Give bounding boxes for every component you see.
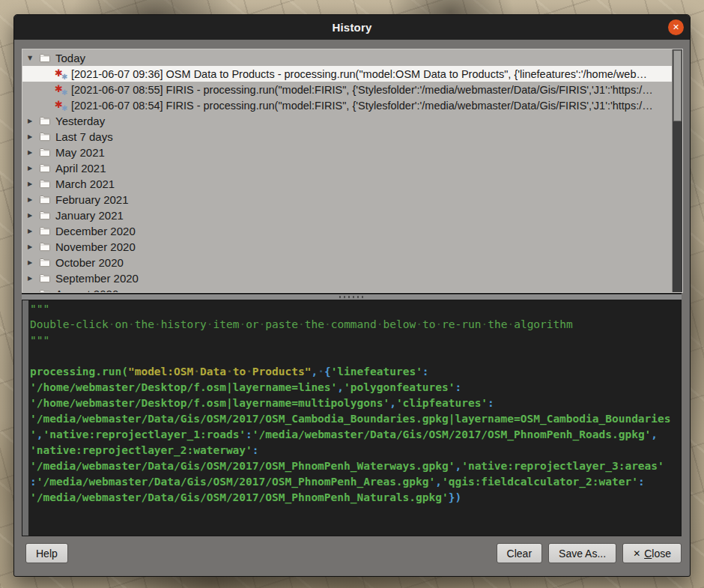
dialog-titlebar[interactable]: History ✕ [14,15,690,40]
dialog-title: History [332,21,371,34]
history-tree-panel: ▼Today✱✱[2021-06-07 09:36] OSM Data to P… [22,49,683,293]
close-icon: ✕ [673,22,679,32]
code-line: :'/media/webmaster/Data/Gis/OSM/2017/OSM… [30,474,681,490]
command-code-editor[interactable]: """Double-click·on·the·history·item·or·p… [22,300,682,536]
close-x-icon: ✕ [633,548,640,559]
expand-arrow-icon[interactable]: ▶ [28,212,39,219]
code-line: '/media/webmaster/Data/Gis/OSM/2017/OSM_… [30,411,681,427]
group-label: Yesterday [55,115,105,127]
save-as-button-label: Save As... [559,548,606,560]
save-as-button[interactable]: Save As... [548,543,616,563]
history-group-october-2020[interactable]: ▶October 2020 [22,255,673,270]
history-group-february-2021[interactable]: ▶February 2021 [22,192,673,207]
tree-scrollbar-thumb[interactable] [673,50,682,121]
code-line: """ [30,301,681,317]
folder-icon [39,148,55,157]
history-group-april-2021[interactable]: ▶April 2021 [22,160,673,176]
close-button[interactable]: ✕ Close [622,543,682,563]
expand-arrow-icon[interactable]: ▶ [28,181,39,187]
history-group-may-2021[interactable]: ▶May 2021 [22,145,673,160]
group-label: December 2020 [55,225,136,237]
folder-icon [39,195,55,204]
code-line: Double-click·on·the·history·item·or·past… [30,317,681,333]
expand-arrow-icon[interactable]: ▶ [28,228,39,234]
entry-text: [2021-06-07 09:36] OSM Data to Products … [71,68,647,80]
group-label: May 2021 [55,146,105,159]
group-label: April 2021 [55,162,106,175]
expand-arrow-icon[interactable]: ▶ [28,259,39,266]
dialog-button-bar: Help Clear Save As... ✕ Close [22,543,682,564]
splitter-dots-icon [339,296,365,298]
help-button-label: Help [36,548,58,560]
clear-button-label: Clear [507,548,532,560]
history-entry[interactable]: ✱✱[2021-06-07 08:55] FIRIS - processing.… [22,82,673,97]
history-group-august-2020[interactable]: ▶August 2020 [22,286,673,293]
group-label: January 2021 [55,209,124,222]
code-line: '/home/webmaster/Desktop/f.osm|layername… [30,380,681,395]
code-line [30,348,681,364]
group-label: March 2021 [55,178,115,190]
folder-icon [39,210,55,220]
history-group-last-7-days[interactable]: ▶Last 7 days [22,129,673,145]
history-entry[interactable]: ✱✱[2021-06-07 08:54] FIRIS - processing.… [22,97,673,113]
history-group-september-2020[interactable]: ▶September 2020 [22,270,673,286]
code-editor-lines: """Double-click·on·the·history·item·or·p… [30,301,681,506]
folder-icon [39,116,55,126]
map-canvas-dark-band [0,0,704,13]
processing-model-icon: ✱✱ [55,67,69,81]
dialog-action-buttons: Clear Save As... ✕ Close [497,543,682,563]
code-line: '/media/webmaster/Data/Gis/OSM/2017/OSM_… [30,490,681,506]
folder-icon [39,163,55,173]
folder-icon [39,179,55,189]
code-line: 'native:reprojectlayer_2:waterway': [30,443,681,458]
expand-arrow-icon[interactable]: ▶ [28,133,39,140]
expand-arrow-icon[interactable]: ▶ [28,196,39,203]
panel-splitter-handle[interactable] [22,293,682,300]
folder-icon [39,132,55,142]
expand-arrow-icon[interactable]: ▶ [28,165,39,172]
expand-arrow-icon[interactable]: ▶ [28,243,39,250]
expand-arrow-icon[interactable]: ▶ [28,149,39,156]
tree-scrollbar[interactable] [672,49,682,292]
expand-arrow-icon[interactable]: ▶ [28,118,39,124]
folder-icon [39,226,55,236]
help-button[interactable]: Help [25,543,68,563]
close-button-label: Close [644,548,671,560]
folder-icon [39,53,55,63]
code-line: '/home/webmaster/Desktop/f.osm|layername… [30,395,681,411]
history-entry[interactable]: ✱✱[2021-06-07 09:36] OSM Data to Product… [22,66,673,82]
group-label: August 2020 [55,288,118,293]
code-line: '/media/webmaster/Data/Gis/OSM/2017/OSM_… [30,458,681,474]
entry-text: [2021-06-07 08:54] FIRIS - processing.ru… [71,100,653,112]
entry-text: [2021-06-07 08:55] FIRIS - processing.ru… [71,84,653,96]
code-line: """ [30,333,681,348]
history-group-december-2020[interactable]: ▶December 2020 [22,223,673,239]
group-label: February 2021 [55,193,129,206]
folder-icon [39,258,55,267]
processing-model-icon: ✱✱ [55,99,69,112]
collapse-arrow-icon[interactable]: ▼ [28,55,39,61]
history-dialog: History ✕ ▼Today✱✱[2021-06-07 09:36] OSM… [13,14,691,577]
code-editor-margin [22,300,28,536]
group-label: Today [55,52,85,64]
group-label: November 2020 [55,240,136,253]
window-close-button[interactable]: ✕ [668,19,684,35]
history-group-january-2021[interactable]: ▶January 2021 [22,207,673,223]
folder-icon [39,273,55,283]
history-group-yesterday[interactable]: ▶Yesterday [22,113,673,129]
clear-button[interactable]: Clear [497,543,542,563]
expand-arrow-icon[interactable]: ▶ [28,275,39,282]
group-label: September 2020 [55,272,139,285]
group-label: October 2020 [55,256,124,269]
code-line: processing.run("model:OSM·Data·to·Produc… [30,364,681,380]
history-tree: ▼Today✱✱[2021-06-07 09:36] OSM Data to P… [22,50,673,293]
folder-icon [39,242,55,252]
processing-model-icon: ✱✱ [55,83,69,97]
history-group-march-2021[interactable]: ▶March 2021 [22,176,673,192]
group-label: Last 7 days [55,130,113,143]
code-line: ','native:reprojectlayer_1:roads':'/medi… [30,427,681,443]
history-group-today[interactable]: ▼Today [22,50,673,66]
history-group-november-2020[interactable]: ▶November 2020 [22,239,673,255]
